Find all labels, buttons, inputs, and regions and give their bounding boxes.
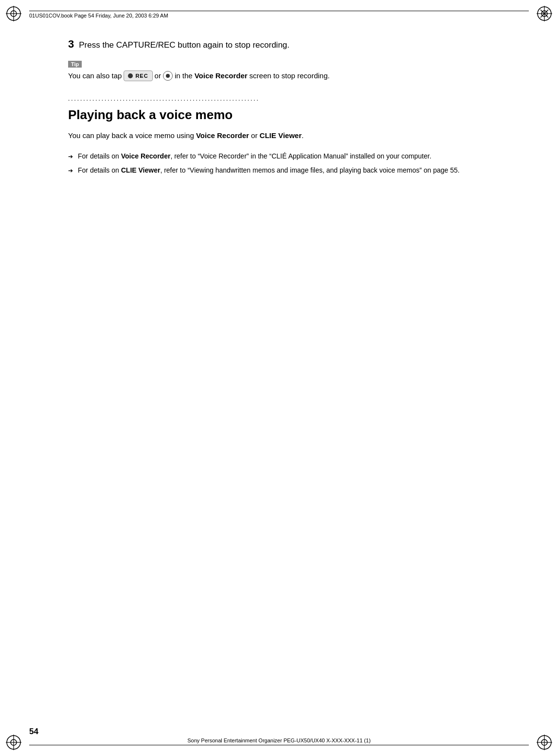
bullet1-text-before: For details on: [78, 152, 121, 160]
list-item: For details on Voice Recorder, refer to …: [68, 151, 509, 161]
intro-voice-recorder-bold: Voice Recorder: [196, 131, 249, 140]
tip-or-text: or: [155, 70, 161, 82]
tip-text-after: in the: [175, 70, 193, 82]
intro-text-before: You can play back a voice memo using: [68, 131, 196, 140]
bullet1-bold: Voice Recorder: [121, 152, 171, 160]
step-3-row: 3 Press the CAPTURE/REC button again to …: [68, 39, 509, 51]
tip-voice-recorder-bold: Voice Recorder: [195, 70, 248, 82]
stop-inner-icon: [166, 74, 170, 78]
header-bar: 01US01COV.book Page 54 Friday, June 20, …: [29, 11, 529, 18]
rec-label: REC: [135, 72, 148, 80]
dotted-separator: ........................................…: [68, 95, 509, 103]
list-item: For details on CLIE Viewer, refer to “Vi…: [68, 165, 509, 176]
corner-mark-bl: [5, 734, 22, 751]
corner-mark-tr: [536, 5, 553, 22]
main-content: 3 Press the CAPTURE/REC button again to …: [68, 39, 509, 179]
tip-label-wrapper: Tip: [68, 60, 509, 70]
page: 01US01COV.book Page 54 Friday, June 20, …: [0, 0, 558, 756]
intro-paragraph: You can play back a voice memo using Voi…: [68, 130, 509, 141]
intro-clie-viewer-bold: CLIE Viewer: [260, 131, 302, 140]
step-number: 3: [68, 39, 74, 50]
rec-dot-icon: [128, 73, 133, 78]
rec-button-image: REC: [124, 70, 152, 82]
intro-text-mid: or: [249, 131, 260, 140]
section-title: Playing back a voice memo: [68, 107, 509, 123]
corner-mark-br: [536, 734, 553, 751]
stop-circle-icon: [163, 71, 173, 81]
header-text: 01US01COV.book Page 54 Friday, June 20, …: [29, 13, 168, 18]
intro-text-end: .: [302, 131, 304, 140]
tip-content: You can also tap REC or in the Voice Rec…: [68, 70, 509, 82]
step-text: Press the CAPTURE/REC button again to st…: [79, 39, 289, 51]
footer-bar: Sony Personal Entertainment Organizer PE…: [29, 738, 529, 745]
bullet2-bold: CLIE Viewer: [121, 166, 161, 174]
bullet-list: For details on Voice Recorder, refer to …: [68, 151, 509, 176]
page-number: 54: [29, 727, 38, 737]
tip-box: Tip You can also tap REC or in the Voice…: [68, 60, 509, 82]
tip-label: Tip: [68, 61, 82, 68]
bullet2-text-before: For details on: [78, 166, 121, 174]
tip-text-before: You can also tap: [68, 70, 122, 82]
tip-text-end: screen to stop recording.: [250, 70, 330, 82]
footer-text: Sony Personal Entertainment Organizer PE…: [187, 738, 371, 743]
corner-mark-tl: [5, 5, 22, 22]
bullet2-text-after: , refer to “Viewing handwritten memos an…: [160, 166, 459, 174]
bullet1-text-after: , refer to “Voice Recorder” in the “CLIÉ…: [170, 152, 431, 160]
